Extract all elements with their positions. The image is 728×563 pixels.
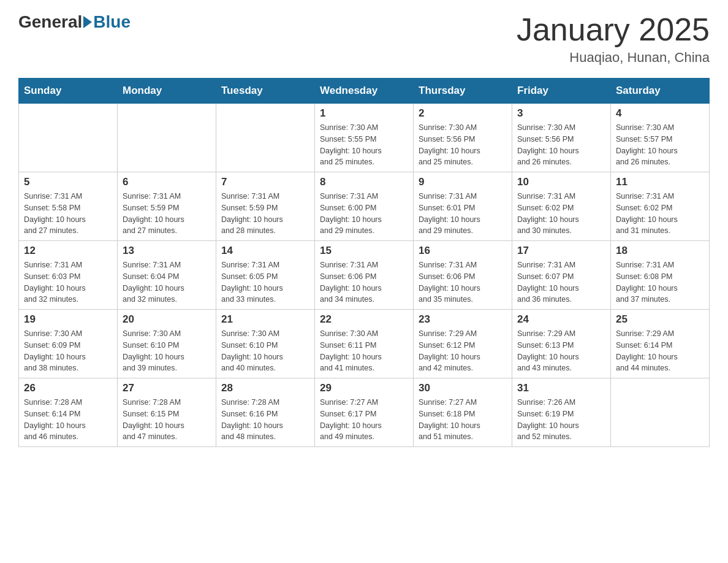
calendar-cell: 13Sunrise: 7:31 AMSunset: 6:04 PMDayligh… xyxy=(118,241,216,310)
day-number: 8 xyxy=(320,176,408,188)
calendar-cell xyxy=(118,104,216,172)
day-number: 30 xyxy=(419,382,507,394)
calendar-cell: 25Sunrise: 7:29 AMSunset: 6:14 PMDayligh… xyxy=(611,310,710,378)
day-number: 3 xyxy=(517,107,605,120)
calendar-cell: 1Sunrise: 7:30 AMSunset: 5:55 PMDaylight… xyxy=(315,104,414,172)
logo-blue-text: Blue xyxy=(93,12,131,32)
day-number: 21 xyxy=(221,313,309,326)
day-info: Sunrise: 7:31 AMSunset: 6:06 PMDaylight:… xyxy=(419,259,507,305)
day-header-thursday: Thursday xyxy=(414,79,512,104)
day-header-tuesday: Tuesday xyxy=(216,79,315,104)
day-number: 16 xyxy=(419,245,507,257)
calendar-header: SundayMondayTuesdayWednesdayThursdayFrid… xyxy=(19,79,710,104)
month-title: January 2025 xyxy=(517,12,710,47)
day-info: Sunrise: 7:31 AMSunset: 6:06 PMDaylight:… xyxy=(320,259,408,305)
day-header-sunday: Sunday xyxy=(19,79,118,104)
day-info: Sunrise: 7:31 AMSunset: 6:02 PMDaylight:… xyxy=(616,191,704,237)
day-info: Sunrise: 7:31 AMSunset: 6:08 PMDaylight:… xyxy=(616,259,704,305)
calendar-cell: 29Sunrise: 7:27 AMSunset: 6:17 PMDayligh… xyxy=(315,378,414,447)
calendar-cell: 3Sunrise: 7:30 AMSunset: 5:56 PMDaylight… xyxy=(512,104,611,172)
day-header-friday: Friday xyxy=(512,79,611,104)
day-info: Sunrise: 7:31 AMSunset: 6:00 PMDaylight:… xyxy=(320,191,408,237)
day-info: Sunrise: 7:31 AMSunset: 6:04 PMDaylight:… xyxy=(123,259,211,305)
day-info: Sunrise: 7:30 AMSunset: 5:56 PMDaylight:… xyxy=(419,122,507,168)
calendar-cell xyxy=(19,104,118,172)
day-info: Sunrise: 7:31 AMSunset: 6:02 PMDaylight:… xyxy=(517,191,605,237)
day-info: Sunrise: 7:31 AMSunset: 5:59 PMDaylight:… xyxy=(123,191,211,237)
day-info: Sunrise: 7:29 AMSunset: 6:12 PMDaylight:… xyxy=(419,328,507,374)
logo-arrow-icon xyxy=(83,16,92,28)
day-info: Sunrise: 7:28 AMSunset: 6:16 PMDaylight:… xyxy=(221,397,309,443)
calendar-cell: 4Sunrise: 7:30 AMSunset: 5:57 PMDaylight… xyxy=(611,104,710,172)
day-header-monday: Monday xyxy=(118,79,216,104)
day-number: 13 xyxy=(123,245,211,257)
day-number: 10 xyxy=(517,176,605,188)
calendar-cell: 23Sunrise: 7:29 AMSunset: 6:12 PMDayligh… xyxy=(414,310,512,378)
day-number: 12 xyxy=(24,245,112,257)
day-info: Sunrise: 7:31 AMSunset: 6:01 PMDaylight:… xyxy=(419,191,507,237)
day-info: Sunrise: 7:30 AMSunset: 5:56 PMDaylight:… xyxy=(517,122,605,168)
day-number: 2 xyxy=(419,107,507,120)
page-header: General Blue January 2025 Huaqiao, Hunan… xyxy=(18,12,710,66)
day-number: 14 xyxy=(221,245,309,257)
calendar-cell: 12Sunrise: 7:31 AMSunset: 6:03 PMDayligh… xyxy=(19,241,118,310)
day-info: Sunrise: 7:30 AMSunset: 6:10 PMDaylight:… xyxy=(221,328,309,374)
week-row-5: 26Sunrise: 7:28 AMSunset: 6:14 PMDayligh… xyxy=(19,378,710,447)
calendar-table: SundayMondayTuesdayWednesdayThursdayFrid… xyxy=(18,78,710,447)
calendar-cell: 5Sunrise: 7:31 AMSunset: 5:58 PMDaylight… xyxy=(19,172,118,241)
day-number: 17 xyxy=(517,245,605,257)
day-number: 23 xyxy=(419,313,507,326)
day-number: 20 xyxy=(123,313,211,326)
day-info: Sunrise: 7:27 AMSunset: 6:18 PMDaylight:… xyxy=(419,397,507,443)
day-number: 9 xyxy=(419,176,507,188)
calendar-cell: 31Sunrise: 7:26 AMSunset: 6:19 PMDayligh… xyxy=(512,378,611,447)
day-info: Sunrise: 7:31 AMSunset: 6:05 PMDaylight:… xyxy=(221,259,309,305)
calendar-cell: 20Sunrise: 7:30 AMSunset: 6:10 PMDayligh… xyxy=(118,310,216,378)
days-of-week-row: SundayMondayTuesdayWednesdayThursdayFrid… xyxy=(19,79,710,104)
day-number: 28 xyxy=(221,382,309,394)
calendar-cell: 16Sunrise: 7:31 AMSunset: 6:06 PMDayligh… xyxy=(414,241,512,310)
day-info: Sunrise: 7:30 AMSunset: 5:57 PMDaylight:… xyxy=(616,122,704,168)
week-row-4: 19Sunrise: 7:30 AMSunset: 6:09 PMDayligh… xyxy=(19,310,710,378)
week-row-3: 12Sunrise: 7:31 AMSunset: 6:03 PMDayligh… xyxy=(19,241,710,310)
calendar-cell: 24Sunrise: 7:29 AMSunset: 6:13 PMDayligh… xyxy=(512,310,611,378)
calendar-cell: 11Sunrise: 7:31 AMSunset: 6:02 PMDayligh… xyxy=(611,172,710,241)
logo: General Blue xyxy=(18,12,131,32)
calendar-cell: 28Sunrise: 7:28 AMSunset: 6:16 PMDayligh… xyxy=(216,378,315,447)
day-info: Sunrise: 7:29 AMSunset: 6:13 PMDaylight:… xyxy=(517,328,605,374)
day-number: 24 xyxy=(517,313,605,326)
day-header-saturday: Saturday xyxy=(611,79,710,104)
day-number: 15 xyxy=(320,245,408,257)
calendar-cell xyxy=(611,378,710,447)
day-info: Sunrise: 7:28 AMSunset: 6:14 PMDaylight:… xyxy=(24,397,112,443)
day-number: 7 xyxy=(221,176,309,188)
day-number: 27 xyxy=(123,382,211,394)
day-number: 5 xyxy=(24,176,112,188)
day-number: 11 xyxy=(616,176,704,188)
calendar-cell: 7Sunrise: 7:31 AMSunset: 5:59 PMDaylight… xyxy=(216,172,315,241)
week-row-2: 5Sunrise: 7:31 AMSunset: 5:58 PMDaylight… xyxy=(19,172,710,241)
location-title: Huaqiao, Hunan, China xyxy=(517,50,710,66)
day-number: 19 xyxy=(24,313,112,326)
day-info: Sunrise: 7:29 AMSunset: 6:14 PMDaylight:… xyxy=(616,328,704,374)
calendar-cell: 27Sunrise: 7:28 AMSunset: 6:15 PMDayligh… xyxy=(118,378,216,447)
day-info: Sunrise: 7:26 AMSunset: 6:19 PMDaylight:… xyxy=(517,397,605,443)
calendar-cell: 14Sunrise: 7:31 AMSunset: 6:05 PMDayligh… xyxy=(216,241,315,310)
week-row-1: 1Sunrise: 7:30 AMSunset: 5:55 PMDaylight… xyxy=(19,104,710,172)
calendar-cell: 18Sunrise: 7:31 AMSunset: 6:08 PMDayligh… xyxy=(611,241,710,310)
day-number: 31 xyxy=(517,382,605,394)
calendar-cell: 15Sunrise: 7:31 AMSunset: 6:06 PMDayligh… xyxy=(315,241,414,310)
calendar-cell: 19Sunrise: 7:30 AMSunset: 6:09 PMDayligh… xyxy=(19,310,118,378)
day-info: Sunrise: 7:27 AMSunset: 6:17 PMDaylight:… xyxy=(320,397,408,443)
day-info: Sunrise: 7:30 AMSunset: 5:55 PMDaylight:… xyxy=(320,122,408,168)
title-section: January 2025 Huaqiao, Hunan, China xyxy=(517,12,710,66)
calendar-cell: 22Sunrise: 7:30 AMSunset: 6:11 PMDayligh… xyxy=(315,310,414,378)
day-number: 18 xyxy=(616,245,704,257)
day-info: Sunrise: 7:31 AMSunset: 5:58 PMDaylight:… xyxy=(24,191,112,237)
calendar-cell: 9Sunrise: 7:31 AMSunset: 6:01 PMDaylight… xyxy=(414,172,512,241)
day-info: Sunrise: 7:31 AMSunset: 5:59 PMDaylight:… xyxy=(221,191,309,237)
day-info: Sunrise: 7:31 AMSunset: 6:03 PMDaylight:… xyxy=(24,259,112,305)
day-number: 26 xyxy=(24,382,112,394)
day-info: Sunrise: 7:28 AMSunset: 6:15 PMDaylight:… xyxy=(123,397,211,443)
day-header-wednesday: Wednesday xyxy=(315,79,414,104)
